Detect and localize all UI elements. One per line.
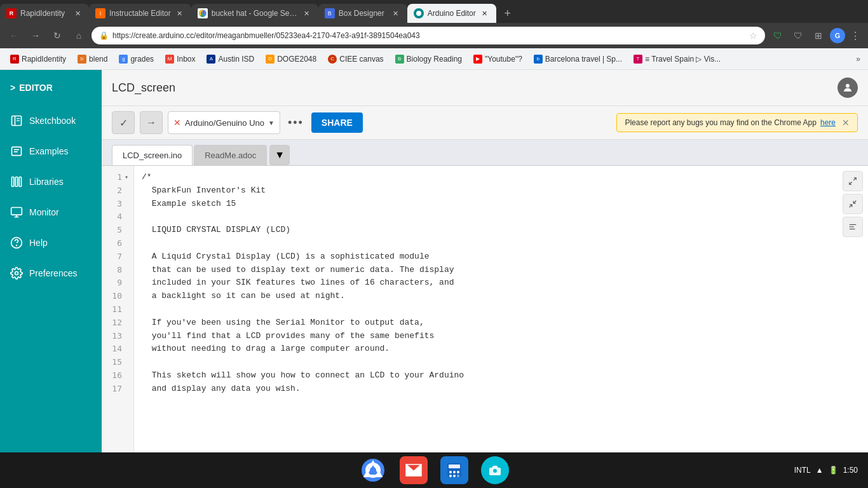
- bug-notice-text: Please report any bugs you may find on t…: [625, 118, 817, 127]
- line-number-15: 15: [109, 356, 128, 369]
- tab-rapididentity[interactable]: R RapidIdentity ✕: [0, 4, 89, 23]
- forward-button[interactable]: →: [27, 27, 44, 44]
- user-avatar[interactable]: [837, 78, 858, 98]
- tab-favicon-instructable: I: [95, 8, 105, 18]
- bookmark-favicon-blend: b: [78, 55, 86, 64]
- bookmark-favicon-travel: T: [634, 55, 642, 64]
- tab-close-rapididentity[interactable]: ✕: [72, 8, 83, 18]
- svg-point-32: [449, 471, 452, 473]
- bookmark-grades[interactable]: g grades: [114, 52, 159, 66]
- bookmark-travel[interactable]: T ≡ Travel Spain ▷ Vis...: [628, 52, 726, 66]
- bookmarks-more-button[interactable]: »: [853, 52, 863, 66]
- extension-puzzle-icon[interactable]: ⊞: [810, 27, 827, 44]
- upload-icon: →: [146, 117, 156, 128]
- tab-close-instructable[interactable]: ✕: [175, 8, 185, 18]
- bookmark-rapididentity[interactable]: R RapidIdentity: [5, 52, 71, 66]
- bookmark-favicon-ciee: C: [328, 55, 337, 64]
- sidebar-item-preferences[interactable]: Preferences: [0, 258, 102, 288]
- tab-favicon-arduino: [414, 8, 424, 18]
- editor-title: LCD_screen: [112, 81, 175, 95]
- more-options-button[interactable]: •••: [285, 116, 306, 130]
- home-button[interactable]: ⌂: [70, 27, 88, 44]
- green-shield-icon[interactable]: 🛡: [769, 27, 787, 44]
- bookmark-label-rapididentity: RapidIdentity: [22, 55, 66, 64]
- bookmark-austin[interactable]: A Austin ISD: [201, 52, 259, 66]
- bookmark-inbox[interactable]: M Inbox: [160, 52, 200, 66]
- browser-menu-button[interactable]: ⋮: [848, 27, 863, 44]
- taskbar-camera[interactable]: [481, 456, 509, 484]
- file-tab-main[interactable]: LCD_screen.ino: [112, 145, 193, 165]
- code-content[interactable]: /* SparkFun Inventor's Kit Example sketc…: [134, 166, 868, 452]
- address-bar: ← → ↻ ⌂ 🔒 https://create.arduino.cc/edit…: [0, 23, 868, 48]
- editor-toolbar: ✓ → ✕ Arduino/Genuino Uno ▼ ••• SHARE Pl…: [102, 106, 868, 140]
- taskbar-chrome[interactable]: [359, 456, 387, 484]
- bookmark-favicon-biology: B: [395, 55, 404, 64]
- bookmark-favicon-austin: A: [207, 55, 215, 64]
- verify-button[interactable]: ✓: [112, 111, 135, 134]
- sidebar-item-examples[interactable]: Examples: [0, 136, 102, 166]
- board-dropdown-icon: ▼: [268, 119, 275, 126]
- file-tab-readme[interactable]: ReadMe.adoc: [194, 145, 267, 165]
- bookmark-doge[interactable]: D DOGE2048: [261, 52, 322, 66]
- svg-rect-8: [12, 177, 14, 187]
- taskbar-calculator[interactable]: [440, 456, 468, 484]
- board-selector[interactable]: ✕ Arduino/Genuino Uno ▼: [168, 111, 280, 134]
- bookmark-label-doge: DOGE2048: [277, 55, 316, 64]
- bookmark-biology[interactable]: B Biology Reading: [390, 52, 467, 66]
- bookmark-favicon-barcelona: b: [534, 55, 543, 64]
- bookmark-youtube[interactable]: ▶ "Youtube"?: [468, 52, 527, 66]
- editor-header: LCD_screen: [102, 70, 868, 106]
- sidebar-item-monitor[interactable]: Monitor: [0, 197, 102, 227]
- tab-title-google: bucket hat - Google Search: [212, 9, 298, 18]
- bookmark-blend[interactable]: b blend: [72, 52, 112, 66]
- sidebar-item-label-preferences: Preferences: [29, 268, 77, 278]
- sketchbook-icon: [10, 114, 23, 127]
- upload-button[interactable]: →: [140, 111, 163, 134]
- new-tab-button[interactable]: +: [496, 4, 519, 23]
- svg-rect-31: [449, 464, 460, 468]
- line-number-10: 10: [109, 290, 128, 303]
- svg-point-15: [17, 245, 17, 246]
- bug-close-button[interactable]: ✕: [842, 118, 850, 128]
- bookmark-barcelona[interactable]: b Barcelona travel | Sp...: [529, 52, 627, 66]
- sidebar-item-label-libraries: Libraries: [29, 177, 64, 187]
- file-tab-dropdown[interactable]: ▼: [269, 145, 290, 165]
- tab-close-google[interactable]: ✕: [302, 8, 312, 18]
- tab-close-box[interactable]: ✕: [391, 8, 401, 18]
- svg-line-19: [850, 182, 852, 184]
- sidebar: > EDITOR Sketchbook Examples: [0, 70, 102, 452]
- bookmark-star-icon[interactable]: ☆: [749, 30, 757, 41]
- browser-toolbar-icons: 🛡 🛡 ⊞ G ⋮: [769, 27, 863, 44]
- url-bar[interactable]: 🔒 https://create.arduino.cc/editor/meaga…: [92, 27, 765, 44]
- format-button[interactable]: [843, 217, 863, 237]
- bookmark-favicon-rapididentity: R: [10, 55, 19, 64]
- bug-notice-link[interactable]: here: [820, 118, 836, 127]
- refresh-button[interactable]: ↻: [48, 27, 66, 44]
- back-button[interactable]: ←: [5, 27, 23, 44]
- bookmark-ciee[interactable]: C CIEE canvas: [323, 52, 388, 66]
- tab-title-rapididentity: RapidIdentity: [20, 9, 69, 18]
- tab-google[interactable]: bucket hat - Google Search ✕: [191, 4, 318, 23]
- line-number-17: 17: [109, 383, 128, 396]
- tab-box[interactable]: B Box Designer ✕: [318, 4, 407, 23]
- profile-icon[interactable]: G: [830, 28, 845, 43]
- tab-close-arduino[interactable]: ✕: [480, 8, 490, 18]
- collapse-button[interactable]: [843, 194, 863, 214]
- line-number-3: 3: [109, 198, 128, 211]
- taskbar-gmail[interactable]: [400, 456, 428, 484]
- sidebar-item-libraries[interactable]: Libraries: [0, 166, 102, 197]
- sidebar-logo-text: > EDITOR: [10, 83, 92, 93]
- tab-title-instructable: Instructable Editor: [109, 9, 171, 18]
- tab-arduino[interactable]: Arduino Editor ✕: [407, 4, 496, 23]
- sidebar-item-help[interactable]: Help: [0, 227, 102, 258]
- bookmark-favicon-doge: D: [266, 55, 275, 64]
- bookmark-label-travel: ≡ Travel Spain ▷ Vis...: [645, 55, 721, 64]
- fullscreen-button[interactable]: [843, 171, 863, 191]
- bookmark-favicon-youtube: ▶: [473, 55, 482, 64]
- shield-x-icon[interactable]: 🛡: [789, 27, 807, 44]
- sidebar-logo-arrow: >: [10, 83, 15, 93]
- tab-instructable[interactable]: I Instructable Editor ✕: [89, 4, 191, 23]
- sidebar-item-sketchbook[interactable]: Sketchbook: [0, 105, 102, 136]
- bookmarks-bar: R RapidIdentity b blend g grades M Inbox…: [0, 48, 868, 70]
- share-button[interactable]: SHARE: [311, 112, 363, 133]
